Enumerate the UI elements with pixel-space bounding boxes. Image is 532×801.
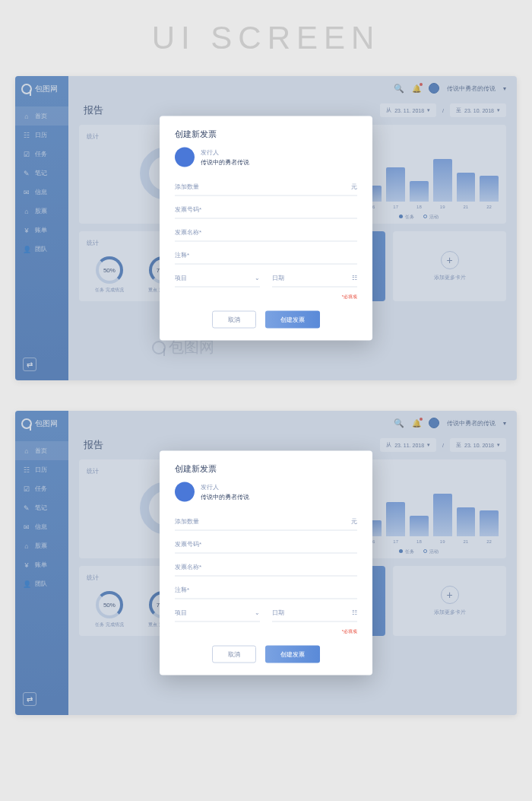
chevron-down-icon: ⌄ xyxy=(255,609,260,616)
required-hint: *必填项 xyxy=(175,628,357,635)
issuer-name: 传说中的勇者传说 xyxy=(201,158,249,167)
issuer-row: 发行人 传说中的勇者传说 xyxy=(175,148,357,167)
chevron-down-icon: ⌄ xyxy=(255,275,260,281)
dashboard-2: 包图网 ⌂首页 ☷日历 ☑任务 ✎笔记 ✉信息 ⌂股票 ¥账单 👤团队 ⇄ 🔍 … xyxy=(15,411,517,715)
field-project[interactable]: 项目⌄ xyxy=(175,269,260,288)
field-date[interactable]: 日期☷ xyxy=(272,269,357,288)
field-amount[interactable]: 添加数量元 xyxy=(175,178,357,196)
field-note[interactable]: 注释* xyxy=(175,246,357,265)
field-project[interactable]: 项目⌄ xyxy=(175,604,260,622)
field-note[interactable]: 注释* xyxy=(175,581,357,599)
required-hint: *必填项 xyxy=(175,294,357,300)
field-amount[interactable]: 添加数量元 xyxy=(175,513,357,531)
issuer-row: 发行人 传说中的勇者传说 xyxy=(175,482,357,502)
issuer-avatar xyxy=(175,482,195,502)
field-number[interactable]: 发票号码* xyxy=(175,201,357,219)
create-invoice-button[interactable]: 创建发票 xyxy=(265,311,320,329)
calendar-icon: ☷ xyxy=(352,609,357,616)
banner-title: UI SCREEN xyxy=(0,0,532,76)
issuer-avatar xyxy=(175,148,195,167)
field-date[interactable]: 日期☷ xyxy=(272,604,357,622)
create-invoice-modal: 创建新发票 发行人 传说中的勇者传说 添加数量元 发票号码* 发票名称* 注释*… xyxy=(160,116,372,341)
modal-title: 创建新发票 xyxy=(175,129,357,140)
issuer-name: 传说中的勇者传说 xyxy=(201,493,249,501)
modal-title: 创建新发票 xyxy=(175,463,357,475)
calendar-icon: ☷ xyxy=(352,275,357,281)
create-invoice-button[interactable]: 创建发票 xyxy=(265,646,320,663)
issuer-label: 发行人 xyxy=(201,483,249,491)
cancel-button[interactable]: 取消 xyxy=(212,646,256,663)
field-name[interactable]: 发票名称* xyxy=(175,558,357,577)
field-name[interactable]: 发票名称* xyxy=(175,224,357,242)
field-number[interactable]: 发票号码* xyxy=(175,536,357,554)
create-invoice-modal: 创建新发票 发行人 传说中的勇者传说 添加数量元 发票号码* 发票名称* 注释*… xyxy=(160,451,372,675)
dashboard-1: 包图网 ⌂首页 ☷日历 ☑任务 ✎笔记 ✉信息 ⌂股票 ¥账单 👤团队 ⇄ 🔍 … xyxy=(15,76,517,380)
issuer-label: 发行人 xyxy=(201,148,249,157)
cancel-button[interactable]: 取消 xyxy=(212,311,256,329)
